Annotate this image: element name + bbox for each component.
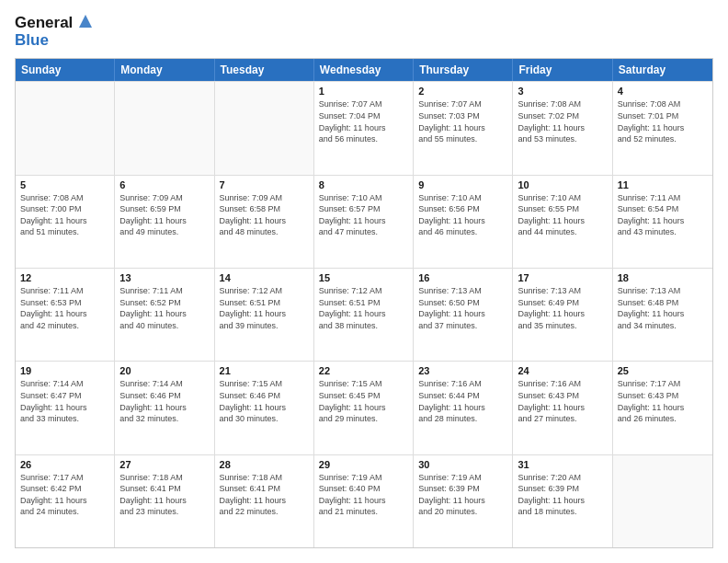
col-header-thursday: Thursday: [414, 59, 513, 81]
cell-info: Sunrise: 7:07 AM Sunset: 7:03 PM Dayligh…: [418, 98, 507, 144]
day-cell-17: 17Sunrise: 7:13 AM Sunset: 6:49 PM Dayli…: [513, 269, 612, 361]
day-number: 21: [220, 365, 309, 376]
cell-info: Sunrise: 7:08 AM Sunset: 7:00 PM Dayligh…: [20, 192, 109, 238]
cell-info: Sunrise: 7:13 AM Sunset: 6:50 PM Dayligh…: [418, 285, 507, 331]
day-number: 15: [319, 272, 408, 283]
col-header-wednesday: Wednesday: [314, 59, 414, 81]
day-number: 18: [618, 272, 708, 283]
day-cell-14: 14Sunrise: 7:12 AM Sunset: 6:51 PM Dayli…: [215, 269, 314, 361]
calendar: SundayMondayTuesdayWednesdayThursdayFrid…: [15, 58, 713, 548]
empty-cell-0-1: [115, 82, 214, 174]
empty-cell-4-6: [613, 455, 712, 547]
cell-info: Sunrise: 7:10 AM Sunset: 6:56 PM Dayligh…: [418, 192, 507, 238]
cell-info: Sunrise: 7:09 AM Sunset: 6:58 PM Dayligh…: [220, 192, 309, 238]
page: General Blue SundayMondayTuesdayWednesda…: [0, 0, 728, 563]
cell-info: Sunrise: 7:12 AM Sunset: 6:51 PM Dayligh…: [319, 285, 408, 331]
cell-info: Sunrise: 7:16 AM Sunset: 6:44 PM Dayligh…: [418, 378, 507, 424]
day-cell-2: 2Sunrise: 7:07 AM Sunset: 7:03 PM Daylig…: [414, 82, 513, 174]
day-number: 2: [418, 86, 507, 97]
day-cell-8: 8Sunrise: 7:10 AM Sunset: 6:57 PM Daylig…: [314, 176, 414, 268]
week-row-1: 1Sunrise: 7:07 AM Sunset: 7:04 PM Daylig…: [16, 81, 712, 174]
svg-marker-0: [79, 15, 92, 28]
cell-info: Sunrise: 7:11 AM Sunset: 6:52 PM Dayligh…: [119, 285, 209, 331]
empty-cell-0-2: [215, 82, 314, 174]
day-cell-22: 22Sunrise: 7:15 AM Sunset: 6:45 PM Dayli…: [314, 362, 414, 454]
cell-info: Sunrise: 7:19 AM Sunset: 6:40 PM Dayligh…: [319, 472, 408, 518]
logo-blue: Blue: [15, 32, 96, 50]
day-cell-6: 6Sunrise: 7:09 AM Sunset: 6:59 PM Daylig…: [115, 176, 214, 268]
cell-info: Sunrise: 7:17 AM Sunset: 6:42 PM Dayligh…: [20, 472, 109, 518]
week-row-5: 26Sunrise: 7:17 AM Sunset: 6:42 PM Dayli…: [16, 454, 712, 547]
cell-info: Sunrise: 7:15 AM Sunset: 6:46 PM Dayligh…: [220, 378, 309, 424]
day-number: 24: [518, 365, 607, 376]
header: General Blue: [15, 15, 713, 49]
day-cell-11: 11Sunrise: 7:11 AM Sunset: 6:54 PM Dayli…: [613, 176, 712, 268]
day-cell-18: 18Sunrise: 7:13 AM Sunset: 6:48 PM Dayli…: [613, 269, 712, 361]
day-cell-12: 12Sunrise: 7:11 AM Sunset: 6:53 PM Dayli…: [16, 269, 115, 361]
col-header-tuesday: Tuesday: [215, 59, 314, 81]
empty-cell-0-0: [16, 82, 115, 174]
day-number: 25: [618, 365, 708, 376]
day-cell-1: 1Sunrise: 7:07 AM Sunset: 7:04 PM Daylig…: [314, 82, 414, 174]
cell-info: Sunrise: 7:13 AM Sunset: 6:48 PM Dayligh…: [618, 285, 708, 331]
col-header-friday: Friday: [513, 59, 612, 81]
day-cell-13: 13Sunrise: 7:11 AM Sunset: 6:52 PM Dayli…: [115, 269, 214, 361]
cell-info: Sunrise: 7:09 AM Sunset: 6:59 PM Dayligh…: [119, 192, 209, 238]
col-header-saturday: Saturday: [613, 59, 712, 81]
day-cell-29: 29Sunrise: 7:19 AM Sunset: 6:40 PM Dayli…: [314, 455, 414, 547]
logo-icon: [75, 11, 96, 31]
calendar-header: SundayMondayTuesdayWednesdayThursdayFrid…: [16, 59, 712, 81]
day-cell-19: 19Sunrise: 7:14 AM Sunset: 6:47 PM Dayli…: [16, 362, 115, 454]
day-cell-15: 15Sunrise: 7:12 AM Sunset: 6:51 PM Dayli…: [314, 269, 414, 361]
cell-info: Sunrise: 7:10 AM Sunset: 6:57 PM Dayligh…: [319, 192, 408, 238]
day-cell-5: 5Sunrise: 7:08 AM Sunset: 7:00 PM Daylig…: [16, 176, 115, 268]
day-number: 12: [20, 272, 109, 283]
day-number: 13: [119, 272, 209, 283]
day-number: 1: [319, 86, 408, 97]
cell-info: Sunrise: 7:18 AM Sunset: 6:41 PM Dayligh…: [220, 472, 309, 518]
day-cell-31: 31Sunrise: 7:20 AM Sunset: 6:39 PM Dayli…: [513, 455, 612, 547]
day-number: 7: [220, 179, 309, 190]
day-number: 14: [220, 272, 309, 283]
cell-info: Sunrise: 7:11 AM Sunset: 6:54 PM Dayligh…: [618, 192, 708, 238]
cell-info: Sunrise: 7:08 AM Sunset: 7:02 PM Dayligh…: [518, 98, 607, 144]
day-number: 9: [418, 179, 507, 190]
cell-info: Sunrise: 7:10 AM Sunset: 6:55 PM Dayligh…: [518, 192, 607, 238]
week-row-3: 12Sunrise: 7:11 AM Sunset: 6:53 PM Dayli…: [16, 268, 712, 361]
day-number: 28: [220, 459, 309, 470]
cell-info: Sunrise: 7:19 AM Sunset: 6:39 PM Dayligh…: [418, 472, 507, 518]
day-cell-10: 10Sunrise: 7:10 AM Sunset: 6:55 PM Dayli…: [513, 176, 612, 268]
logo: General Blue: [15, 15, 96, 49]
day-number: 22: [319, 365, 408, 376]
day-number: 3: [518, 86, 607, 97]
col-header-monday: Monday: [115, 59, 214, 81]
day-cell-28: 28Sunrise: 7:18 AM Sunset: 6:41 PM Dayli…: [215, 455, 314, 547]
day-number: 10: [518, 179, 607, 190]
day-number: 11: [618, 179, 708, 190]
day-cell-26: 26Sunrise: 7:17 AM Sunset: 6:42 PM Dayli…: [16, 455, 115, 547]
cell-info: Sunrise: 7:14 AM Sunset: 6:46 PM Dayligh…: [119, 378, 209, 424]
cell-info: Sunrise: 7:14 AM Sunset: 6:47 PM Dayligh…: [20, 378, 109, 424]
logo-text: General: [15, 15, 73, 32]
day-cell-16: 16Sunrise: 7:13 AM Sunset: 6:50 PM Dayli…: [414, 269, 513, 361]
cell-info: Sunrise: 7:07 AM Sunset: 7:04 PM Dayligh…: [319, 98, 408, 144]
week-row-4: 19Sunrise: 7:14 AM Sunset: 6:47 PM Dayli…: [16, 361, 712, 454]
day-cell-7: 7Sunrise: 7:09 AM Sunset: 6:58 PM Daylig…: [215, 176, 314, 268]
cell-info: Sunrise: 7:18 AM Sunset: 6:41 PM Dayligh…: [119, 472, 209, 518]
col-header-sunday: Sunday: [16, 59, 115, 81]
cell-info: Sunrise: 7:11 AM Sunset: 6:53 PM Dayligh…: [20, 285, 109, 331]
day-number: 30: [418, 459, 507, 470]
cell-info: Sunrise: 7:08 AM Sunset: 7:01 PM Dayligh…: [618, 98, 708, 144]
day-number: 23: [418, 365, 507, 376]
day-number: 19: [20, 365, 109, 376]
cell-info: Sunrise: 7:12 AM Sunset: 6:51 PM Dayligh…: [220, 285, 309, 331]
day-cell-21: 21Sunrise: 7:15 AM Sunset: 6:46 PM Dayli…: [215, 362, 314, 454]
day-number: 6: [119, 179, 209, 190]
day-number: 29: [319, 459, 408, 470]
day-cell-20: 20Sunrise: 7:14 AM Sunset: 6:46 PM Dayli…: [115, 362, 214, 454]
calendar-body: 1Sunrise: 7:07 AM Sunset: 7:04 PM Daylig…: [16, 81, 712, 547]
day-cell-4: 4Sunrise: 7:08 AM Sunset: 7:01 PM Daylig…: [613, 82, 712, 174]
week-row-2: 5Sunrise: 7:08 AM Sunset: 7:00 PM Daylig…: [16, 175, 712, 268]
day-number: 17: [518, 272, 607, 283]
day-cell-9: 9Sunrise: 7:10 AM Sunset: 6:56 PM Daylig…: [414, 176, 513, 268]
